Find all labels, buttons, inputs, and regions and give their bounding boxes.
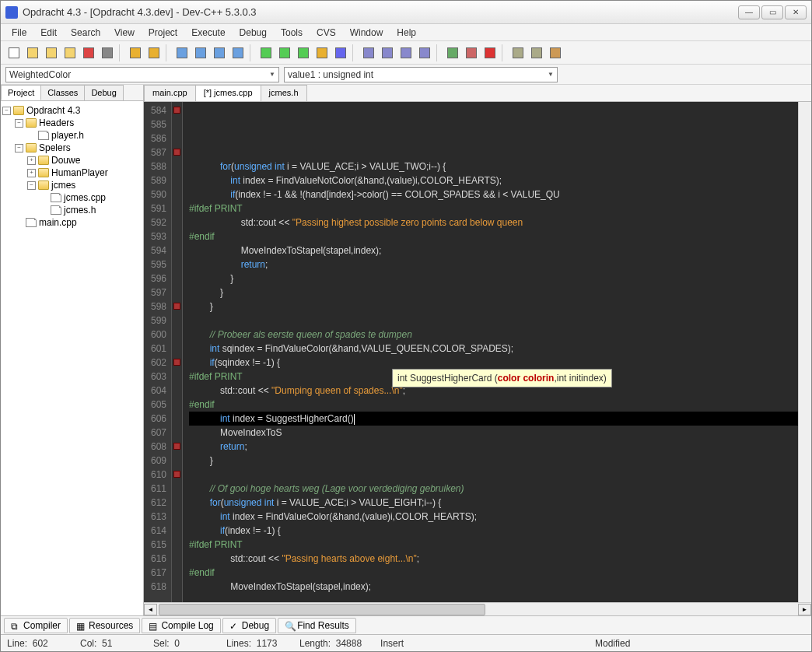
find-button[interactable] [173, 44, 191, 61]
redo-button[interactable] [145, 44, 163, 61]
minimize-button[interactable]: — [738, 5, 760, 19]
menu-tools[interactable]: Tools [275, 26, 309, 40]
code-line-598[interactable]: if(sqindex != -1) { [189, 356, 798, 370]
code-line-610[interactable]: if(index != -1) { [189, 524, 798, 538]
code-line-609[interactable]: int index = FindValueColor(&hand,(value)… [189, 510, 798, 524]
tree-douwe[interactable]: +Douwe [2, 154, 142, 167]
menu-cvs[interactable]: CVS [310, 26, 342, 40]
code-line-589[interactable]: #endif [189, 230, 798, 244]
bottom-tab-find-results[interactable]: 🔍Find Results [278, 618, 356, 633]
replace-button[interactable] [192, 44, 209, 61]
horizontal-scrollbar[interactable]: ◄ ► [144, 602, 811, 615]
profile-button[interactable] [463, 44, 480, 61]
open-file-button[interactable] [24, 44, 41, 61]
print-button[interactable] [99, 44, 116, 61]
tree-toggle-icon[interactable]: + [27, 169, 36, 177]
tree-file-jcmes.h[interactable]: jcmes.h [2, 204, 142, 216]
editor-tab-1[interactable]: [*] jcmes.cpp [195, 85, 261, 101]
window-list-button[interactable] [416, 44, 433, 61]
rebuild-button[interactable] [313, 44, 331, 61]
menu-project[interactable]: Project [142, 26, 184, 40]
code-line-597[interactable]: int sqindex = FindValueColor(&hand,VALUE… [189, 342, 798, 356]
fold-column[interactable] [172, 102, 183, 602]
code-line-612[interactable]: std::cout << "Passing hearts above eight… [189, 552, 798, 566]
bottom-tab-resources[interactable]: ▦Resources [69, 618, 140, 633]
step-into-button[interactable] [528, 44, 545, 61]
menu-window[interactable]: Window [344, 26, 390, 40]
fold-mark-icon[interactable] [173, 443, 180, 450]
window-arrange-button[interactable] [397, 44, 415, 61]
code-line-591[interactable]: return; [189, 258, 798, 272]
bottom-tab-debug[interactable]: ✓Debug [222, 618, 276, 633]
fold-mark-icon[interactable] [173, 107, 180, 114]
bottom-tab-compile-log[interactable]: ▤Compile Log [142, 618, 220, 633]
fold-mark-icon[interactable] [173, 471, 180, 478]
code-line-588[interactable]: std::cout << "Passing highest possible z… [189, 216, 798, 230]
tree-spelers[interactable]: −Spelers [2, 142, 142, 154]
code-line-602[interactable]: int index = SuggestHigherCard() [189, 412, 798, 426]
project-options-button[interactable] [547, 44, 564, 61]
editor-tab-2[interactable]: jcmes.h [261, 85, 307, 101]
project-tree[interactable]: −Opdracht 4.3−Headersplayer.h−Spelers+Do… [1, 101, 143, 615]
run-button[interactable] [276, 44, 293, 61]
tree-toggle-icon[interactable]: − [15, 144, 23, 152]
compile-run-button[interactable] [295, 44, 312, 61]
class-combo[interactable]: WeightedColor ▼ [5, 67, 279, 82]
member-combo[interactable]: value1 : unsigned int ▼ [284, 67, 558, 82]
window-tile-button[interactable] [360, 44, 377, 61]
menu-execute[interactable]: Execute [185, 26, 231, 40]
code-content[interactable]: for(unsigned int i = VALUE_ACE;i > VALUE… [183, 102, 798, 602]
tree-toggle-icon[interactable]: + [27, 156, 36, 165]
code-line-614[interactable]: MoveIndexToStapel(stapel,index); [189, 580, 798, 594]
code-line-606[interactable] [189, 468, 798, 482]
editor-tab-0[interactable]: main.cpp [144, 85, 196, 101]
menu-search[interactable]: Search [65, 26, 107, 40]
code-line-603[interactable]: MoveIndexToS [189, 426, 798, 440]
code-line-596[interactable]: // Probeer als eerste queen of spades te… [189, 328, 798, 342]
scroll-thumb[interactable] [159, 604, 485, 615]
bottom-tab-compiler[interactable]: ⧉Compiler [4, 618, 68, 633]
code-line-615[interactable] [189, 594, 798, 602]
goto-line-button[interactable] [229, 44, 247, 61]
code-line-604[interactable]: return; [189, 440, 798, 454]
tree-file-main[interactable]: main.cpp [2, 216, 142, 229]
tree-toggle-icon[interactable]: − [27, 181, 36, 190]
code-line-585[interactable]: int index = FindValueNotColor(&hand,(val… [189, 174, 798, 188]
tree-toggle-icon[interactable]: − [2, 107, 11, 115]
code-line-601[interactable]: #endif [189, 398, 798, 412]
maximize-button[interactable]: ▭ [761, 5, 783, 19]
tree-file-jcmes.cpp[interactable]: jcmes.cpp [2, 191, 142, 204]
code-line-611[interactable]: #ifdef PRINT [189, 538, 798, 552]
code-line-590[interactable]: MoveIndexToStapel(stapel,index); [189, 244, 798, 258]
scroll-left-button[interactable]: ◄ [144, 604, 157, 615]
vertical-scrollbar[interactable] [798, 102, 811, 602]
find-in-files-button[interactable] [211, 44, 228, 61]
save-button[interactable] [43, 44, 60, 61]
save-all-button[interactable] [61, 44, 79, 61]
tree-humanplayer[interactable]: +HumanPlayer [2, 167, 142, 179]
code-line-608[interactable]: for(unsigned int i = VALUE_ACE;i > VALUE… [189, 496, 798, 510]
tree-root[interactable]: −Opdracht 4.3 [2, 104, 142, 117]
close-button[interactable]: ✕ [785, 5, 807, 19]
code-line-587[interactable]: #ifdef PRINT [189, 202, 798, 216]
tree-toggle-icon[interactable]: − [15, 119, 23, 128]
new-file-button[interactable] [5, 44, 23, 61]
code-line-605[interactable]: } [189, 454, 798, 468]
menu-edit[interactable]: Edit [34, 26, 63, 40]
tree-file-player.h[interactable]: player.h [2, 129, 142, 142]
menu-help[interactable]: Help [390, 26, 422, 40]
code-line-592[interactable]: } [189, 272, 798, 286]
left-tab-project[interactable]: Project [1, 85, 41, 100]
tree-jcmes[interactable]: −jcmes [2, 179, 142, 191]
window-cascade-button[interactable] [379, 44, 396, 61]
fold-mark-icon[interactable] [173, 149, 180, 156]
menu-view[interactable]: View [108, 26, 141, 40]
menu-debug[interactable]: Debug [233, 26, 273, 40]
fold-mark-icon[interactable] [173, 359, 180, 366]
left-tab-debug[interactable]: Debug [84, 85, 123, 100]
tree-headers[interactable]: −Headers [2, 117, 142, 129]
compile-button[interactable] [257, 44, 275, 61]
code-line-607[interactable]: // Of gooi hoge hearts weg (Lage voor ve… [189, 482, 798, 496]
scroll-right-button[interactable]: ► [798, 604, 811, 615]
debug-button[interactable] [332, 44, 349, 61]
